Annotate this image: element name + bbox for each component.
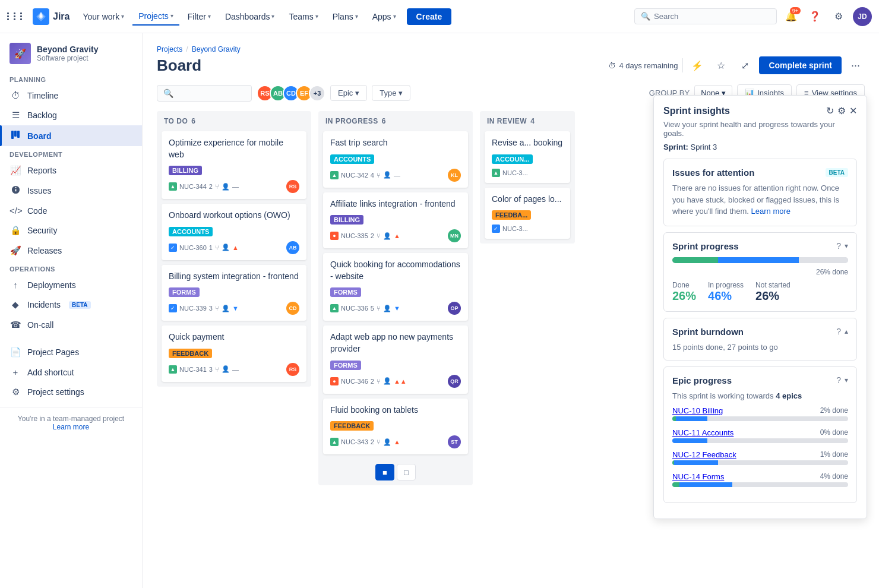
card-nuc-342[interactable]: Fast trip search ACCOUNTS ▲ NUC-342 4 ⑂ …: [323, 131, 468, 188]
points: 2: [209, 183, 213, 190]
logo-icon: [33, 8, 49, 25]
logo-text: Jira: [53, 11, 69, 22]
epic-link-2[interactable]: NUC-11 Accounts: [672, 428, 733, 437]
sidebar-item-incidents[interactable]: ◆ Incidents BETA: [0, 295, 142, 315]
help-icon[interactable]: ?: [836, 375, 841, 385]
create-button[interactable]: Create: [407, 8, 452, 25]
card-nuc-341[interactable]: Quick payment FEEDBACK ▲ NUC-341 3 ⑂ 👤 —…: [162, 325, 306, 382]
breadcrumb-projects[interactable]: Projects: [157, 45, 182, 53]
epic-bar-2: [672, 438, 848, 443]
epic-filter[interactable]: Epic ▾: [330, 85, 367, 101]
app-switcher-icon[interactable]: [7, 12, 26, 20]
add-icon: +: [10, 367, 21, 377]
task-icon: ✓: [169, 304, 177, 312]
collapse-icon[interactable]: ▾: [845, 376, 848, 384]
gear-icon: ⚙: [834, 11, 843, 22]
nav-apps[interactable]: Apps ▾: [366, 8, 402, 25]
sidebar-item-timeline[interactable]: ⏱ Timeline: [0, 86, 142, 105]
pages-icon: 📄: [10, 347, 21, 358]
sidebar-item-project-settings[interactable]: ⚙ Project settings: [0, 382, 142, 402]
gear-icon[interactable]: ⚙: [837, 105, 846, 116]
sidebar-item-project-pages[interactable]: 📄 Project Pages: [0, 342, 142, 362]
epic-bar-4: [672, 482, 848, 487]
page-btn-2[interactable]: □: [397, 464, 416, 480]
oncall-icon: ☎: [10, 320, 21, 330]
notifications-button[interactable]: 🔔 9+: [782, 7, 801, 26]
learn-more-link[interactable]: Learn more: [751, 207, 791, 216]
help-icon[interactable]: ?: [836, 241, 841, 251]
sidebar-item-reports[interactable]: 📈 Reports: [0, 160, 142, 181]
col-header-inprogress: IN PROGRESS 6: [318, 111, 473, 129]
epic-bar-3: [672, 460, 848, 465]
collapse-icon[interactable]: ▾: [845, 242, 848, 250]
sidebar-item-board[interactable]: Board: [0, 125, 142, 146]
person-icon: 👤: [222, 183, 230, 191]
story-icon: ▲: [492, 169, 500, 177]
sidebar-item-issues[interactable]: Issues: [0, 181, 142, 201]
card-nuc-344[interactable]: Optimize experience for mobile web BILLI…: [162, 131, 306, 199]
complete-sprint-button[interactable]: Complete sprint: [759, 56, 842, 74]
nav-dashboards[interactable]: Dashboards ▾: [219, 8, 281, 25]
logo[interactable]: Jira: [33, 8, 69, 25]
board-search-input[interactable]: 🔍: [157, 85, 252, 102]
settings-icon: ⚙: [10, 387, 21, 397]
user-avatar[interactable]: JD: [853, 7, 872, 26]
more-options-button[interactable]: ···: [846, 57, 865, 74]
task-icon: ✓: [492, 225, 500, 233]
card-inreview-2[interactable]: Color of pages lo... FEEDBA... ✓ NUC-3..…: [485, 188, 570, 239]
avatar-extra[interactable]: +3: [309, 85, 325, 102]
sidebar-item-add-shortcut[interactable]: + Add shortcut: [0, 362, 142, 382]
card-nuc-336[interactable]: Quick booking for accommodations - websi…: [323, 253, 468, 321]
help-button[interactable]: ❓: [805, 7, 824, 26]
nav-filter[interactable]: Filter ▾: [182, 8, 217, 25]
nav-your-work[interactable]: Your work ▾: [77, 8, 130, 25]
star-button[interactable]: ☆: [712, 56, 731, 75]
card-nuc-339[interactable]: Billing system integration - frontend FO…: [162, 265, 306, 321]
lightning-button[interactable]: ⚡: [688, 56, 707, 75]
progress-stats: Done 26% In progress 46% Not started 26%: [672, 281, 848, 303]
col-count-inreview: 4: [530, 117, 535, 125]
epic-label: Epic: [338, 88, 353, 97]
refresh-icon[interactable]: ↻: [826, 105, 834, 116]
nav-teams[interactable]: Teams ▾: [283, 8, 324, 25]
assignee-avatar: KL: [448, 169, 461, 182]
type-filter[interactable]: Type ▾: [372, 85, 410, 101]
bug-icon: ●: [330, 377, 339, 385]
sidebar-item-code[interactable]: </> Code: [0, 201, 142, 220]
sidebar-item-releases[interactable]: 🚀 Releases: [0, 241, 142, 261]
epic-link-1[interactable]: NUC-10 Billing: [672, 406, 723, 415]
fullscreen-button[interactable]: ⤢: [735, 56, 754, 75]
nav-projects[interactable]: Projects ▾: [132, 8, 179, 26]
search-box[interactable]: 🔍 Search: [634, 8, 777, 24]
epic-link-3[interactable]: NUC-12 Feedback: [672, 450, 736, 459]
card-nuc-343[interactable]: Fluid booking on tablets FEEDBACK ▲ NUC-…: [323, 399, 468, 455]
sidebar-item-oncall[interactable]: ☎ On-call: [0, 315, 142, 335]
settings-button[interactable]: ⚙: [829, 7, 848, 26]
sidebar-item-backlog[interactable]: ☰ Backlog: [0, 105, 142, 125]
epic-bar-1: [672, 416, 848, 421]
learn-more-link[interactable]: Learn more: [53, 423, 89, 431]
close-icon[interactable]: ✕: [849, 105, 857, 116]
card-inreview-1[interactable]: Revise a... booking ACCOUN... ▲ NUC-3...: [485, 131, 570, 183]
chevron-icon: ▾: [121, 13, 124, 20]
card-nuc-335[interactable]: Affiliate links integration - frontend B…: [323, 192, 468, 249]
help-icon[interactable]: ?: [836, 327, 841, 336]
card-meta: ▲ NUC-344 2 ⑂ 👤 — RS: [169, 180, 299, 193]
card-nuc-360[interactable]: Onboard workout options (OWO) ACCOUNTS ✓…: [162, 204, 306, 260]
project-info: Beyond Gravity Software project: [37, 45, 98, 62]
backlog-icon: ☰: [10, 110, 21, 121]
card-nuc-346[interactable]: Adapt web app no new payments provider F…: [323, 325, 468, 393]
subtask-icon: ⑂: [377, 438, 381, 445]
nav-plans[interactable]: Plans ▾: [327, 8, 364, 25]
chevron-down-icon: ▾: [355, 88, 359, 97]
task-icon: ✓: [169, 244, 177, 252]
epic-desc: This sprint is working towards 4 epics: [672, 391, 848, 400]
page-btn-1[interactable]: ■: [375, 464, 394, 480]
epic-link-4[interactable]: NUC-14 Forms: [672, 472, 724, 481]
breadcrumb-beyond-gravity[interactable]: Beyond Gravity: [192, 45, 241, 53]
timeline-icon: ⏱: [10, 90, 21, 100]
sidebar-item-deployments[interactable]: ↑ Deployments: [0, 275, 142, 295]
expand-icon[interactable]: ▴: [845, 327, 848, 336]
nav-right-actions: 🔍 Search 🔔 9+ ❓ ⚙ JD: [634, 7, 872, 26]
sidebar-item-security[interactable]: 🔒 Security: [0, 220, 142, 241]
